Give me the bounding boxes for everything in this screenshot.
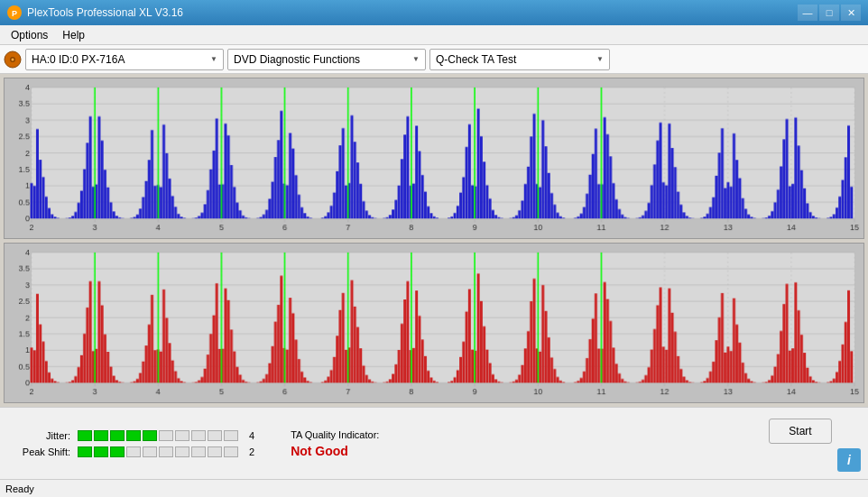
- jitter-label: Jitter:: [7, 430, 70, 441]
- meter-segment-0: [78, 446, 92, 457]
- peak-shift-label: Peak Shift:: [7, 446, 70, 457]
- meter-segment-3: [126, 430, 141, 441]
- peak-shift-row: Peak Shift: 2: [7, 446, 254, 457]
- test-dropdown-arrow: ▼: [596, 55, 604, 63]
- meter-segment-4: [143, 446, 157, 457]
- meter-segment-1: [94, 430, 108, 441]
- top-chart-canvas: [5, 78, 863, 238]
- meter-segment-7: [191, 446, 206, 457]
- function-dropdown[interactable]: DVD Diagnostic Functions ▼: [227, 49, 426, 70]
- svg-text:P: P: [12, 9, 17, 18]
- app-title: PlexTools Professional XL V3.16: [27, 6, 183, 19]
- bottom-panel: Jitter: 4 Peak Shift: 2 TA Quality Indic…: [0, 407, 868, 479]
- jitter-row: Jitter: 4: [7, 430, 254, 441]
- jitter-meter: [78, 430, 238, 441]
- ta-quality-label: TA Quality Indicator:: [291, 429, 379, 440]
- drive-dropdown-arrow: ▼: [210, 55, 217, 63]
- drive-dropdown-label: HA:0 ID:0 PX-716A: [32, 53, 125, 66]
- meter-segment-8: [208, 430, 222, 441]
- status-text: Ready: [5, 483, 34, 494]
- function-dropdown-label: DVD Diagnostic Functions: [234, 53, 360, 66]
- meter-segment-6: [175, 430, 189, 441]
- peak-value: 2: [249, 446, 254, 457]
- svg-point-4: [12, 58, 14, 60]
- meter-segment-9: [224, 446, 238, 457]
- start-button[interactable]: Start: [769, 419, 832, 444]
- test-dropdown[interactable]: Q-Check TA Test ▼: [429, 49, 610, 70]
- meter-segment-5: [159, 430, 173, 441]
- meter-segment-2: [110, 430, 125, 441]
- meter-segment-5: [159, 446, 173, 457]
- minimize-button[interactable]: —: [798, 5, 817, 21]
- menubar: Options Help: [0, 25, 868, 45]
- meter-segment-8: [208, 446, 222, 457]
- metrics-left: Jitter: 4 Peak Shift: 2: [7, 430, 254, 457]
- meter-segment-2: [110, 446, 125, 457]
- titlebar-left: P PlexTools Professional XL V3.16: [7, 5, 183, 20]
- meter-segment-1: [94, 446, 108, 457]
- close-button[interactable]: ✕: [841, 5, 861, 21]
- meter-segment-4: [143, 430, 157, 441]
- main-content: [0, 74, 868, 407]
- toolbar: HA:0 ID:0 PX-716A ▼ DVD Diagnostic Funct…: [0, 45, 868, 74]
- maximize-button[interactable]: □: [819, 5, 839, 21]
- bottom-chart-canvas: [5, 244, 863, 403]
- ta-section: TA Quality Indicator: Not Good: [291, 429, 379, 458]
- meter-segment-7: [191, 430, 206, 441]
- top-chart: [4, 78, 864, 239]
- meter-segment-3: [126, 446, 141, 457]
- test-dropdown-label: Q-Check TA Test: [436, 53, 516, 66]
- titlebar: P PlexTools Professional XL V3.16 — □ ✕: [0, 0, 868, 25]
- drive-icon: [4, 51, 22, 69]
- function-dropdown-arrow: ▼: [412, 55, 420, 63]
- ta-quality-value: Not Good: [291, 444, 348, 458]
- jitter-value: 4: [249, 430, 254, 441]
- peak-meter: [78, 446, 238, 457]
- meter-segment-0: [78, 430, 92, 441]
- info-button[interactable]: i: [837, 448, 861, 472]
- titlebar-controls: — □ ✕: [798, 5, 861, 21]
- meter-segment-6: [175, 446, 189, 457]
- menu-options[interactable]: Options: [4, 27, 55, 43]
- menu-help[interactable]: Help: [55, 27, 92, 43]
- bottom-chart: [4, 243, 864, 404]
- statusbar: Ready: [0, 479, 868, 497]
- app-icon: P: [7, 5, 22, 20]
- meter-segment-9: [224, 430, 238, 441]
- drive-dropdown[interactable]: HA:0 ID:0 PX-716A ▼: [25, 49, 224, 70]
